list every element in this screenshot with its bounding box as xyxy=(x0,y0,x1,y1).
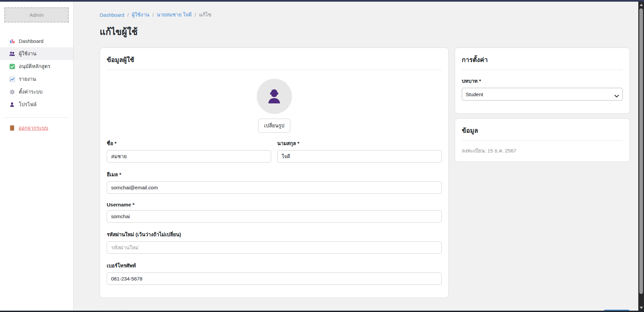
app-layout: Admin Dashboard xyxy=(0,2,638,311)
email-label: อีเมล * xyxy=(107,171,442,179)
info-card-title: ข้อมูล xyxy=(462,125,623,135)
change-photo-button[interactable]: เปลี่ยนรูป xyxy=(258,119,290,133)
user-info-card: ข้อมูลผู้ใช้ เปลี่ยนรูป xyxy=(100,48,449,298)
username-field[interactable] xyxy=(107,210,442,223)
admin-logo: Admin xyxy=(4,7,69,22)
first-name-field-group: ชื่อ * xyxy=(107,139,271,163)
bar-chart-icon xyxy=(9,38,15,44)
breadcrumb-separator: / xyxy=(195,12,196,18)
breadcrumb-dashboard[interactable]: Dashboard xyxy=(100,12,124,18)
gear-icon xyxy=(9,89,15,95)
door-icon xyxy=(9,125,15,131)
card-divider xyxy=(462,70,623,70)
main-content: Dashboard / ผู้ใช้งาน / นายสมชาย ใจดี / … xyxy=(73,2,638,311)
breadcrumb-users[interactable]: ผู้ใช้งาน xyxy=(132,11,149,19)
username-label: Username * xyxy=(107,202,442,207)
users-icon xyxy=(9,51,15,57)
window-bottom-bar xyxy=(0,311,644,312)
breadcrumb-current: แก้ไข xyxy=(199,11,211,19)
approve-check-icon xyxy=(9,63,15,69)
sidebar-divider xyxy=(4,117,69,118)
new-password-field[interactable] xyxy=(107,241,442,254)
name-field-row: ชื่อ * นามสกุล * xyxy=(107,139,442,163)
user-info-card-title: ข้อมูลผู้ใช้ xyxy=(107,55,442,65)
first-name-label: ชื่อ * xyxy=(107,139,271,147)
right-column: การตั้งค่า บทบาท * Student xyxy=(455,48,630,162)
info-card: ข้อมูล ลงทะเบียน: 15 ธ.ค. 2567 xyxy=(455,118,630,162)
last-name-field[interactable] xyxy=(277,150,442,163)
sidebar-item-users[interactable]: ผู้ใช้งาน xyxy=(0,47,73,60)
admin-logo-label: Admin xyxy=(30,12,44,18)
role-select[interactable]: Student xyxy=(462,88,623,101)
sidebar-item-label: อนุมัติหลักสูตร xyxy=(19,62,50,70)
password-field-group: รหัสผ่านใหม่ (เว้นว่างถ้าไม่เปลี่ยน) xyxy=(107,231,442,254)
avatar xyxy=(257,79,292,114)
person-icon xyxy=(9,102,15,108)
registered-date-text: ลงทะเบียน: 15 ธ.ค. 2567 xyxy=(462,147,623,155)
sidebar-item-reports[interactable]: รายงาน xyxy=(0,73,73,85)
logout-link[interactable]: ออกจากระบบ xyxy=(0,124,73,132)
avatar-section: เปลี่ยนรูป xyxy=(107,79,442,133)
page-title: แก้ไขผู้ใช้ xyxy=(100,24,630,39)
card-divider xyxy=(107,70,442,70)
scrollbar-down-arrow[interactable] xyxy=(638,305,644,311)
triangle-down-icon xyxy=(640,307,643,309)
breadcrumb-separator: / xyxy=(127,12,129,18)
phone-field-group: เบอร์โทรศัพท์ xyxy=(107,262,442,285)
sidebar-item-label: รายงาน xyxy=(19,75,36,83)
sidebar-nav: Dashboard ผู้ใช้งาน xyxy=(0,35,73,111)
sidebar: Admin Dashboard xyxy=(0,2,73,311)
logout-label: ออกจากระบบ xyxy=(18,124,48,132)
sidebar-item-approve-courses[interactable]: อนุมัติหลักสูตร xyxy=(0,60,73,73)
username-field-group: Username * xyxy=(107,202,442,223)
sidebar-item-label: ตั้งค่าระบบ xyxy=(19,88,43,96)
breadcrumb-separator: / xyxy=(152,12,154,18)
scrollbar-up-arrow[interactable] xyxy=(638,2,644,8)
window-title-bar xyxy=(0,0,644,2)
settings-card-title: การตั้งค่า xyxy=(462,55,623,65)
last-name-label: นามสกุล * xyxy=(277,139,442,147)
sidebar-item-label: Dashboard xyxy=(19,38,43,44)
content-grid: ข้อมูลผู้ใช้ เปลี่ยนรูป xyxy=(100,48,630,298)
password-label: รหัสผ่านใหม่ (เว้นว่างถ้าไม่เปลี่ยน) xyxy=(107,231,442,239)
scrollbar-thumb[interactable] xyxy=(639,8,643,294)
breadcrumb: Dashboard / ผู้ใช้งาน / นายสมชาย ใจดี / … xyxy=(100,11,630,19)
settings-card: การตั้งค่า บทบาท * Student xyxy=(455,48,630,114)
breadcrumb-user-name[interactable]: นายสมชาย ใจดี xyxy=(157,11,192,19)
email-field-group: อีเมล * xyxy=(107,171,442,194)
role-label: บทบาท * xyxy=(462,77,623,85)
sidebar-item-label: ผู้ใช้งาน xyxy=(19,50,36,58)
sidebar-item-label: โปรไฟล์ xyxy=(19,101,37,109)
email-field[interactable] xyxy=(107,181,442,194)
line-chart-icon xyxy=(9,76,15,82)
card-divider xyxy=(462,140,623,141)
last-name-field-group: นามสกุล * xyxy=(277,139,442,163)
phone-label: เบอร์โทรศัพท์ xyxy=(107,262,442,270)
sidebar-item-dashboard[interactable]: Dashboard xyxy=(0,35,73,47)
triangle-up-icon xyxy=(640,4,643,6)
first-name-field[interactable] xyxy=(107,150,271,163)
role-select-wrap: Student xyxy=(462,88,623,101)
vertical-scrollbar[interactable] xyxy=(638,2,644,311)
sidebar-item-profile[interactable]: โปรไฟล์ xyxy=(0,98,73,111)
phone-field[interactable] xyxy=(107,272,442,285)
avatar-person-icon xyxy=(264,87,284,106)
sidebar-item-system-settings[interactable]: ตั้งค่าระบบ xyxy=(0,85,73,98)
